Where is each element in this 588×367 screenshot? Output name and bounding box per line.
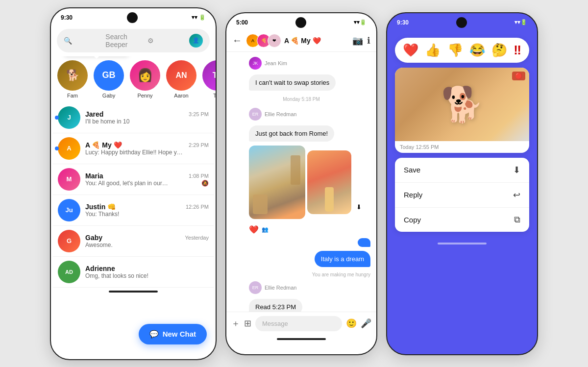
chat-item-adrienne[interactable]: AD Adrienne Omg, that looks so nice! bbox=[53, 257, 214, 288]
reaction-row: ❤️ 👥 bbox=[249, 225, 370, 234]
time-3: 9:30 bbox=[397, 19, 409, 26]
chat-preview-maria: You: All good, let's plan in our meeting… bbox=[85, 180, 169, 187]
bubble-ellie-2: Read 5:23 PM bbox=[249, 299, 302, 312]
group-avatars: A 🍕 ❤ bbox=[246, 34, 281, 48]
input-placeholder: Message bbox=[262, 320, 288, 327]
phone-2: 5:00 ▾▾🔋 ← A 🍕 ❤ A 🍕 My ❤️ 📷 ℹ JK Jean K… bbox=[225, 12, 377, 355]
sticker-icon[interactable]: ⊞ bbox=[244, 318, 251, 329]
read-receipt: You are making me hungry bbox=[232, 272, 370, 277]
status-icons-2: ▾▾🔋 bbox=[354, 19, 367, 25]
chat-name-adrienne: Adrienne bbox=[85, 265, 115, 272]
avatar-ellie-2: ER bbox=[249, 281, 262, 294]
download-button[interactable]: ⬇ bbox=[352, 200, 366, 214]
search-placeholder: Search Beeper bbox=[105, 33, 143, 49]
status-icons-1: ▾▾ 🔋 bbox=[192, 14, 206, 21]
video-icon[interactable]: 📷 bbox=[352, 35, 363, 46]
chat-item-amy[interactable]: A A 🍕 My ❤️ 2:29 PM Lucy: Happy birthday… bbox=[53, 133, 214, 164]
phone-1: 9:30 ▾▾ 🔋 🔍 Search Beeper ⚙ 👤 🐕 Fam GB W… bbox=[50, 7, 217, 360]
reaction-faces: 👥 bbox=[262, 226, 269, 233]
context-reply[interactable]: Reply ↩ bbox=[395, 183, 529, 208]
info-icon[interactable]: ℹ bbox=[367, 35, 370, 46]
photo-timestamp: Today 12:55 PM bbox=[395, 141, 529, 153]
new-chat-label: New Chat bbox=[163, 330, 196, 338]
unread-dot-penny bbox=[155, 85, 159, 90]
home-indicator-1 bbox=[109, 291, 158, 293]
chat-time-maria: 1:08 PM bbox=[189, 173, 209, 179]
story-tori[interactable]: TS Tori bbox=[202, 60, 216, 98]
messages-area[interactable]: JK Jean Kim I can't wait to swap stories… bbox=[226, 52, 376, 312]
phone-3: 9:30 ▾▾🔋 ❤️ 👍 👎 😂 🤔 ‼️ 🐕 🔴 Today 12:55 P… bbox=[386, 12, 538, 355]
chat-preview-amy: Lucy: Happy birthday Ellie!! Hope you've… bbox=[85, 149, 183, 156]
msg-row-ellie-2: Read 5:23 PM bbox=[232, 299, 370, 312]
chat-item-jared[interactable]: J Jared 3:25 PM I'll be home in 10 bbox=[53, 102, 214, 133]
profile-avatar[interactable]: 👤 bbox=[189, 34, 203, 48]
emoji-laugh[interactable]: 😂 bbox=[469, 43, 485, 58]
notch-2 bbox=[295, 17, 306, 28]
bubble-ellie-1: Just got back from Rome! bbox=[249, 125, 334, 142]
copy-icon: ⧉ bbox=[514, 215, 520, 225]
story-avatar-tori: TS bbox=[202, 60, 216, 91]
context-copy[interactable]: Copy ⧉ bbox=[395, 208, 529, 232]
timestamp-monday: Monday 5:18 PM bbox=[232, 97, 370, 102]
phone-3-content: ❤️ 👍 👎 😂 🤔 ‼️ 🐕 🔴 Today 12:55 PM Save ⬇ … bbox=[387, 30, 537, 240]
plus-icon[interactable]: ＋ bbox=[231, 318, 240, 329]
new-chat-button[interactable]: 💬 New Chat bbox=[139, 324, 207, 344]
status-bar-3: 9:30 ▾▾🔋 bbox=[387, 13, 537, 30]
chat-time-amy: 2:29 PM bbox=[189, 142, 209, 148]
emoji-heart[interactable]: ❤️ bbox=[403, 43, 418, 58]
reply-label: Reply bbox=[404, 191, 422, 199]
msg-row-ellie-1: Just got back from Rome! bbox=[232, 125, 370, 142]
msg-row-sent-1 bbox=[232, 238, 370, 247]
context-save[interactable]: Save ⬇ bbox=[395, 158, 529, 183]
chat-time-gaby: Yesterday bbox=[185, 235, 209, 241]
chat-name-maria: Maria bbox=[85, 172, 103, 180]
emoji-icon[interactable]: 🙂 bbox=[346, 318, 357, 329]
collage-photo-1 bbox=[249, 146, 305, 219]
context-menu: Save ⬇ Reply ↩ Copy ⧉ bbox=[395, 158, 529, 232]
story-aaron[interactable]: AN Aaron bbox=[166, 60, 197, 98]
msg-row-sent-2: Italy is a dream bbox=[232, 251, 370, 267]
chat-item-justin[interactable]: Ju Justin 👊 12:26 PM You: Thanks! bbox=[53, 195, 214, 226]
message-input[interactable]: Message bbox=[255, 316, 342, 331]
mute-icon-maria: 🔕 bbox=[201, 180, 209, 187]
stories-row: 🐕 Fam GB Welcome to blue bubbles! Gaby 👩… bbox=[51, 56, 216, 102]
new-chat-icon: 💬 bbox=[149, 330, 159, 339]
chat-avatar-adrienne: AD bbox=[58, 261, 80, 283]
status-bar-1: 9:30 ▾▾ 🔋 bbox=[51, 8, 216, 25]
chat-time-justin: 12:26 PM bbox=[186, 204, 209, 210]
emoji-think[interactable]: 🤔 bbox=[491, 43, 507, 58]
reply-icon: ↩ bbox=[513, 190, 520, 200]
search-bar[interactable]: 🔍 Search Beeper ⚙ 👤 bbox=[57, 29, 210, 52]
chat-avatar-jared: J bbox=[58, 106, 80, 129]
chat-name-gaby: Gaby bbox=[85, 234, 102, 242]
chat-name-jared: Jared bbox=[85, 110, 103, 118]
avatar-jean: JK bbox=[249, 57, 262, 70]
emoji-thumbsup[interactable]: 👍 bbox=[425, 43, 441, 58]
image-collage: ⬇ bbox=[249, 146, 370, 219]
back-button[interactable]: ← bbox=[232, 35, 242, 46]
time-1: 9:30 bbox=[61, 14, 73, 21]
emoji-exclaim[interactable]: ‼️ bbox=[514, 43, 521, 58]
group-avatar-c: ❤ bbox=[268, 34, 281, 48]
mic-icon[interactable]: 🎤 bbox=[361, 318, 371, 329]
emoji-thumbsdown[interactable]: 👎 bbox=[447, 43, 463, 58]
sender-name-jean: JK Jean Kim bbox=[249, 57, 370, 70]
dog-photo: 🐕 🔴 bbox=[395, 68, 529, 141]
chat-item-gaby[interactable]: G Gaby Yesterday Awesome. bbox=[53, 226, 214, 257]
chat-preview-jared: I'll be home in 10 bbox=[85, 118, 183, 125]
chat-avatar-gaby: G bbox=[58, 230, 80, 252]
chat-time-jared: 3:25 PM bbox=[189, 111, 209, 117]
status-bar-2: 5:00 ▾▾🔋 bbox=[226, 13, 376, 30]
gear-icon[interactable]: ⚙ bbox=[147, 37, 185, 45]
story-gaby[interactable]: GB Welcome to blue bubbles! Gaby bbox=[93, 60, 124, 98]
chat-content-justin: Justin 👊 12:26 PM You: Thanks! bbox=[85, 203, 209, 218]
photo-card: 🐕 🔴 Today 12:55 PM bbox=[395, 68, 529, 153]
story-fam[interactable]: 🐕 Fam bbox=[57, 60, 88, 98]
chat-content-adrienne: Adrienne Omg, that looks so nice! bbox=[85, 265, 209, 279]
chat-item-maria[interactable]: M Maria 1:08 PM You: All good, let's pla… bbox=[53, 164, 214, 195]
story-label-fam: Fam bbox=[67, 93, 78, 98]
chat-header-bar: ← A 🍕 ❤ A 🍕 My ❤️ 📷 ℹ bbox=[226, 30, 376, 52]
story-penny[interactable]: 👩 Penny bbox=[129, 60, 161, 98]
chat-content-amy: A 🍕 My ❤️ 2:29 PM Lucy: Happy birthday E… bbox=[85, 141, 209, 156]
chat-content-gaby: Gaby Yesterday Awesome. bbox=[85, 234, 209, 248]
